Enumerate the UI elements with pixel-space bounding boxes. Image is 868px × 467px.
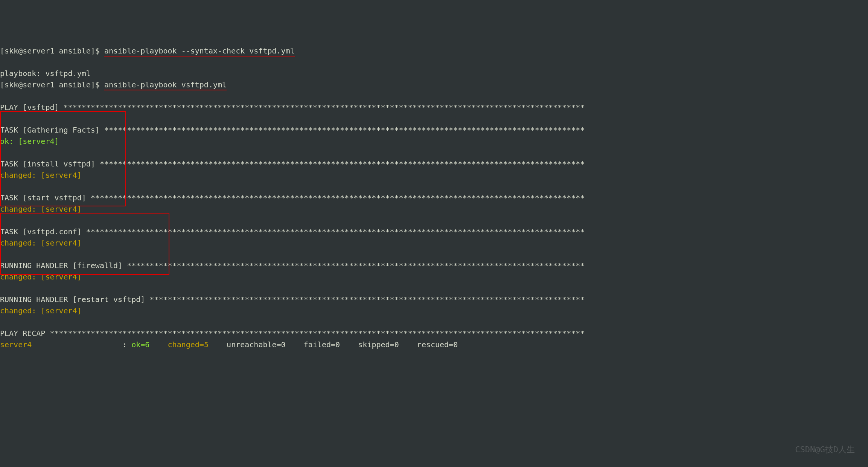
task-conf-result: changed: [server4]: [0, 238, 82, 247]
task-start-header: TASK [start vsftpd] ********************…: [0, 193, 585, 202]
syntax-check-output: playbook: vsftpd.yml: [0, 69, 91, 78]
prompt-1-command: ansible-playbook --syntax-check vsftpd.y…: [104, 46, 295, 56]
recap-unreachable: unreachable=0: [227, 340, 286, 349]
handler-restart-header: RUNNING HANDLER [restart vsftpd] *******…: [0, 295, 585, 304]
task-start-result: changed: [server4]: [0, 205, 82, 214]
play-recap-header: PLAY RECAP *****************************…: [0, 329, 585, 338]
recap-line: server4 : ok=6 changed=5 unreachable=0 f…: [0, 340, 458, 349]
prompt-line-1[interactable]: [skk@server1 ansible]$ ansible-playbook …: [0, 46, 295, 56]
handler-firewalld-header: RUNNING HANDLER [firewalld] ************…: [0, 261, 585, 270]
task-gathering-facts-header: TASK [Gathering Facts] *****************…: [0, 125, 585, 134]
task-install-result: changed: [server4]: [0, 171, 82, 180]
task-gathering-facts-result: ok: [server4]: [0, 137, 59, 146]
recap-ok: ok=6: [131, 340, 149, 349]
prompt-2-userhost: [skk@server1 ansible]$: [0, 80, 104, 89]
recap-host: server4: [0, 340, 32, 349]
recap-skipped: skipped=0: [358, 340, 399, 349]
prompt-2-command: ansible-playbook vsftpd.yml: [104, 80, 227, 90]
recap-changed: changed=5: [168, 340, 209, 349]
prompt-line-2[interactable]: [skk@server1 ansible]$ ansible-playbook …: [0, 80, 227, 90]
handler-firewalld-result: changed: [server4]: [0, 272, 82, 281]
recap-rescued: rescued=0: [417, 340, 458, 349]
task-install-header: TASK [install vsftpd] ******************…: [0, 159, 585, 168]
prompt-1-userhost: [skk@server1 ansible]$: [0, 46, 104, 55]
handler-restart-result: changed: [server4]: [0, 306, 82, 315]
terminal-output: [skk@server1 ansible]$ ansible-playbook …: [0, 34, 868, 350]
task-conf-header: TASK [vsftpd.conf] *********************…: [0, 227, 585, 236]
play-header: PLAY [vsftpd] **************************…: [0, 103, 585, 112]
recap-failed: failed=0: [304, 340, 340, 349]
watermark-text: CSDN@G技D人生: [795, 443, 855, 456]
